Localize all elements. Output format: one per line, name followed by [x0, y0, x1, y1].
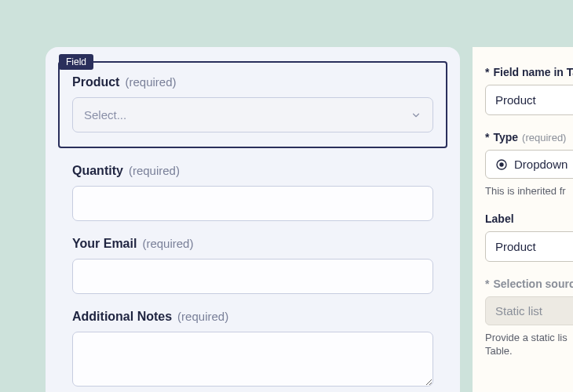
- required-marker: (required): [125, 75, 176, 89]
- email-input[interactable]: [72, 259, 433, 294]
- form-field-email[interactable]: Your Email (required): [72, 237, 433, 294]
- panel-label: Selection source: [493, 278, 573, 290]
- panel-label-row: * Field name in Ta: [485, 66, 573, 78]
- panel-type-group: * Type (required) Dropdown This is inher…: [485, 131, 573, 197]
- product-select[interactable]: Select...: [72, 97, 433, 132]
- required-asterisk: *: [485, 278, 489, 290]
- required-marker: (required): [129, 164, 180, 177]
- selection-source-value: Static list: [495, 304, 542, 318]
- selection-source-help: Provide a static lis: [485, 332, 573, 343]
- form-field-notes[interactable]: Additional Notes (required): [72, 310, 433, 390]
- notes-textarea[interactable]: [72, 332, 433, 387]
- type-value: Dropdown: [514, 158, 568, 171]
- svg-point-1: [500, 163, 503, 166]
- panel-selection-source-group: * Selection source Static list Provide a…: [485, 278, 573, 357]
- field-label: Additional Notes: [72, 310, 172, 324]
- chevron-down-icon: [411, 110, 422, 121]
- select-placeholder: Select...: [84, 108, 126, 122]
- field-label: Product: [72, 75, 119, 89]
- field-label: Quantity: [72, 164, 123, 178]
- field-label-row: Your Email (required): [72, 237, 433, 251]
- required-marker: (required): [142, 237, 193, 250]
- selected-field-tag: Field: [59, 54, 93, 70]
- field-label-row: Quantity (required): [72, 164, 433, 178]
- form-canvas: Field Product (required) Select... Quant…: [46, 47, 460, 392]
- required-marker: (required): [177, 310, 228, 323]
- type-select[interactable]: Dropdown: [485, 150, 573, 179]
- type-help-text: This is inherited fr: [485, 185, 573, 197]
- label-input[interactable]: [485, 231, 573, 262]
- panel-label: Field name in Ta: [493, 66, 573, 78]
- panel-label-row: * Selection source: [485, 278, 573, 290]
- required-asterisk: *: [485, 66, 489, 78]
- panel-label-row: Label: [485, 212, 573, 225]
- panel-required: (required): [522, 132, 566, 143]
- dropdown-type-icon: [495, 158, 508, 171]
- required-asterisk: *: [485, 131, 489, 143]
- selection-source-help-2: Table.: [485, 345, 573, 357]
- selection-source-select: Static list: [485, 296, 573, 325]
- panel-label-group: Label: [485, 212, 573, 262]
- panel-label: Type: [493, 131, 518, 143]
- quantity-input[interactable]: [72, 186, 433, 221]
- field-label-row: Additional Notes (required): [72, 310, 433, 324]
- field-name-input[interactable]: [485, 85, 573, 115]
- panel-field-name-group: * Field name in Ta: [485, 66, 573, 115]
- panel-label-row: * Type (required): [485, 131, 573, 143]
- form-field-quantity[interactable]: Quantity (required): [72, 164, 433, 221]
- field-label: Your Email: [72, 237, 137, 251]
- properties-panel: * Field name in Ta * Type (required) Dro…: [473, 47, 573, 392]
- field-label-row: Product (required): [72, 75, 433, 89]
- form-field-product[interactable]: Field Product (required) Select...: [58, 61, 447, 148]
- panel-label: Label: [485, 212, 514, 225]
